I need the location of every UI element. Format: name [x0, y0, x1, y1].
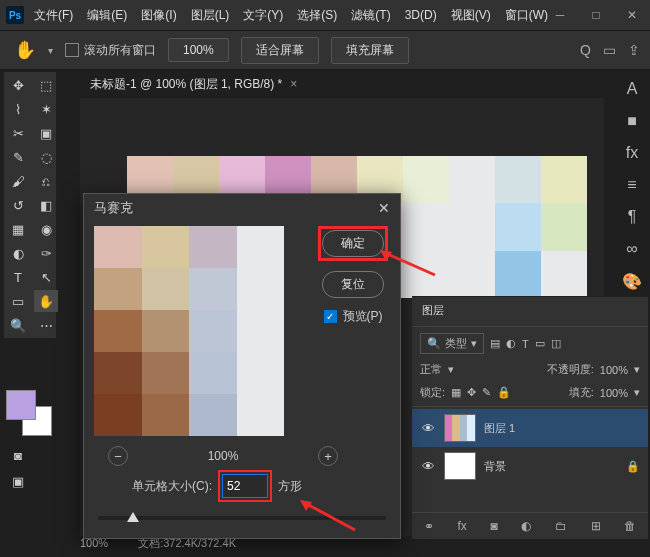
document-tab[interactable]: 未标题-1 @ 100% (图层 1, RGB/8) *× [80, 73, 307, 96]
marquee-tool[interactable]: ⬚ [34, 74, 58, 96]
layer-fx-icon[interactable]: fx [457, 519, 466, 533]
visibility-icon[interactable]: 👁 [420, 421, 436, 436]
filter-image-icon[interactable]: ▤ [490, 337, 500, 350]
lock-icon: 🔒 [626, 460, 640, 473]
foreground-color-swatch[interactable] [6, 390, 36, 420]
layer-filter-type[interactable]: 🔍 类型 ▾ [420, 333, 484, 354]
path-select-tool[interactable]: ↖ [34, 266, 58, 288]
layer-name[interactable]: 图层 1 [484, 421, 515, 436]
quick-mask-tool[interactable]: ◙ [6, 444, 30, 466]
crop-tool[interactable]: ✂ [6, 122, 30, 144]
layer-item-bg[interactable]: 👁 背景 🔒 [412, 447, 648, 485]
color-panel-icon[interactable]: 🎨 [622, 272, 642, 291]
menu-file[interactable]: 文件(F) [30, 5, 77, 26]
frame-tool[interactable]: ▣ [34, 122, 58, 144]
scroll-all-option[interactable]: 滚动所有窗口 [65, 42, 156, 59]
magic-wand-tool[interactable]: ✶ [34, 98, 58, 120]
styles-panel-icon[interactable]: fx [626, 144, 638, 162]
menu-edit[interactable]: 编辑(E) [83, 5, 131, 26]
menu-filter[interactable]: 滤镜(T) [347, 5, 394, 26]
preview-box[interactable] [94, 226, 284, 436]
close-button[interactable]: ✕ [614, 0, 650, 30]
adjustment-layer-icon[interactable]: ◐ [521, 519, 531, 533]
menu-3d[interactable]: 3D(D) [401, 6, 441, 24]
reset-button[interactable]: 复位 [322, 271, 384, 298]
libraries-panel-icon[interactable]: ∞ [626, 240, 637, 258]
workspace-icon[interactable]: ▭ [603, 42, 616, 58]
cell-size-slider[interactable] [98, 516, 386, 520]
zoom-in-icon[interactable]: + [318, 446, 338, 466]
eyedropper-tool[interactable]: ✎ [6, 146, 30, 168]
search-icon[interactable]: Q [580, 42, 591, 58]
layer-mask-icon[interactable]: ◙ [490, 519, 497, 533]
preview-zoom: 100% [208, 449, 239, 463]
adjustments-panel-icon[interactable]: ≡ [627, 176, 636, 194]
layer-thumb[interactable] [444, 452, 476, 480]
dodge-tool[interactable]: ◐ [6, 242, 30, 264]
blend-mode-select[interactable]: 正常 [420, 362, 442, 377]
lock-lock-icon[interactable]: 🔒 [497, 386, 511, 399]
visibility-icon[interactable]: 👁 [420, 459, 436, 474]
lock-all-icon[interactable]: ▦ [451, 386, 461, 399]
layer-name[interactable]: 背景 [484, 459, 506, 474]
eraser-tool[interactable]: ◧ [34, 194, 58, 216]
layer-thumb[interactable] [444, 414, 476, 442]
clone-tool[interactable]: ⎌ [34, 170, 58, 192]
cell-size-label: 单元格大小(C): [132, 478, 212, 495]
check-icon: ✓ [324, 310, 337, 323]
screen-mode-tool[interactable]: ▣ [6, 470, 30, 492]
brush-tool[interactable]: 🖌 [6, 170, 30, 192]
menu-type[interactable]: 文字(Y) [239, 5, 287, 26]
right-panel-collapsed: A ■ fx ≡ ¶ ∞ 🎨 [616, 72, 648, 291]
move-tool[interactable]: ✥ [6, 74, 30, 96]
zoom-out-icon[interactable]: − [108, 446, 128, 466]
edit-toolbar[interactable]: ⋯ [34, 314, 58, 336]
slider-knob-icon[interactable] [127, 512, 139, 522]
rectangle-tool[interactable]: ▭ [6, 290, 30, 312]
character-panel-icon[interactable]: A [627, 80, 638, 98]
hand-tool[interactable]: ✋ [34, 290, 58, 312]
preview-checkbox[interactable]: ✓预览(P) [324, 308, 383, 325]
menu-view[interactable]: 视图(V) [447, 5, 495, 26]
blur-tool[interactable]: ◉ [34, 218, 58, 240]
layers-tab[interactable]: 图层 [412, 297, 648, 324]
opacity-value[interactable]: 100% [600, 364, 628, 376]
zoom-level-button[interactable]: 100% [168, 38, 229, 62]
swatches-panel-icon[interactable]: ■ [627, 112, 637, 130]
dialog-close-icon[interactable]: ✕ [378, 200, 390, 216]
close-tab-icon[interactable]: × [290, 77, 297, 91]
menu-image[interactable]: 图像(I) [137, 5, 180, 26]
spot-heal-tool[interactable]: ◌ [34, 146, 58, 168]
lock-pixel-icon[interactable]: ✎ [482, 386, 491, 399]
pen-tool[interactable]: ✑ [34, 242, 58, 264]
lasso-tool[interactable]: ⌇ [6, 98, 30, 120]
group-icon[interactable]: 🗀 [555, 519, 567, 533]
filter-adjust-icon[interactable]: ◐ [506, 337, 516, 350]
fill-screen-button[interactable]: 填充屏幕 [331, 37, 409, 64]
share-icon[interactable]: ⇪ [628, 42, 640, 58]
new-layer-icon[interactable]: ⊞ [591, 519, 601, 533]
cell-size-input[interactable] [222, 474, 268, 498]
filter-type-icon[interactable]: T [522, 338, 529, 350]
link-layers-icon[interactable]: ⚭ [424, 519, 434, 533]
history-brush-tool[interactable]: ↺ [6, 194, 30, 216]
paragraph-panel-icon[interactable]: ¶ [628, 208, 637, 226]
filter-shape-icon[interactable]: ▭ [535, 337, 545, 350]
zoom-tool[interactable]: 🔍 [6, 314, 30, 336]
ok-button[interactable]: 确定 [322, 230, 384, 257]
document-tabs: 未标题-1 @ 100% (图层 1, RGB/8) *× [80, 72, 307, 96]
layer-item-1[interactable]: 👁 图层 1 [412, 409, 648, 447]
fill-value[interactable]: 100% [600, 387, 628, 399]
maximize-button[interactable]: □ [578, 0, 614, 30]
filter-smart-icon[interactable]: ◫ [551, 337, 561, 350]
minimize-button[interactable]: ─ [542, 0, 578, 30]
menu-select[interactable]: 选择(S) [293, 5, 341, 26]
color-swatches[interactable] [6, 390, 54, 438]
delete-layer-icon[interactable]: 🗑 [624, 519, 636, 533]
lock-pos-icon[interactable]: ✥ [467, 386, 476, 399]
gradient-tool[interactable]: ▦ [6, 218, 30, 240]
type-tool[interactable]: T [6, 266, 30, 288]
menu-layer[interactable]: 图层(L) [187, 5, 234, 26]
tool-preset-chevron-icon[interactable]: ▾ [48, 45, 53, 56]
fit-screen-button[interactable]: 适合屏幕 [241, 37, 319, 64]
